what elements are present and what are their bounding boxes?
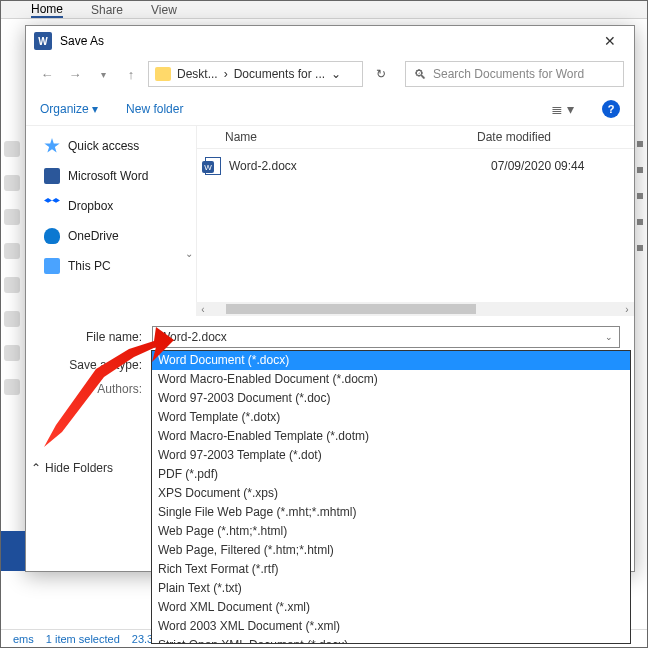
dropdown-option[interactable]: Single File Web Page (*.mht;*.mhtml) — [152, 503, 630, 522]
savetype-dropdown-list[interactable]: Word Document (*.docx)Word Macro-Enabled… — [151, 350, 631, 644]
ribbon-tab-home[interactable]: Home — [31, 2, 63, 18]
back-button[interactable]: ← — [36, 63, 58, 85]
file-date: 07/09/2020 09:44 — [491, 159, 584, 173]
breadcrumb-1[interactable]: Deskt... — [177, 67, 218, 81]
pc-icon — [44, 258, 60, 274]
refresh-button[interactable]: ↻ — [369, 62, 393, 86]
scrollbar-thumb[interactable] — [226, 304, 476, 314]
address-bar[interactable]: Deskt... › Documents for ... ⌄ — [148, 61, 363, 87]
status-selected: 1 item selected — [46, 633, 120, 645]
savetype-label: Save as type: — [40, 358, 152, 372]
up-button[interactable]: ↑ — [120, 63, 142, 85]
background-blue-band — [1, 531, 25, 571]
file-list: Name Date modified Word-2.docx 07/09/202… — [196, 126, 634, 316]
toolbar: Organize ▾ New folder ≣ ▾ ? — [26, 92, 634, 126]
nav-sidebar: Quick access Microsoft Word Dropbox OneD… — [26, 126, 196, 316]
organize-button[interactable]: Organize ▾ — [40, 102, 98, 116]
dropdown-option[interactable]: Word Template (*.dotx) — [152, 408, 630, 427]
dropdown-option[interactable]: Word 2003 XML Document (*.xml) — [152, 617, 630, 636]
new-folder-button[interactable]: New folder — [126, 102, 183, 116]
file-list-header: Name Date modified — [197, 126, 634, 149]
sidebar-quick-access[interactable]: Quick access — [44, 138, 186, 154]
chevron-down-icon[interactable]: ⌄ — [605, 332, 613, 342]
dropbox-icon — [44, 198, 60, 214]
dropdown-option[interactable]: Rich Text Format (*.rtf) — [152, 560, 630, 579]
chevron-up-icon: ⌃ — [31, 461, 41, 475]
breadcrumb-2[interactable]: Documents for ... — [234, 67, 325, 81]
dropdown-option[interactable]: Word Document (*.docx) — [152, 351, 630, 370]
dropdown-option[interactable]: Word 97-2003 Document (*.doc) — [152, 389, 630, 408]
ribbon-tab-view[interactable]: View — [151, 3, 177, 17]
dropdown-option[interactable]: XPS Document (*.xps) — [152, 484, 630, 503]
status-items: ems — [13, 633, 34, 645]
dropdown-option[interactable]: Word 97-2003 Template (*.dot) — [152, 446, 630, 465]
authors-label: Authors: — [40, 382, 152, 396]
column-date[interactable]: Date modified — [477, 130, 551, 144]
sidebar-this-pc[interactable]: This PC — [44, 258, 186, 274]
breadcrumb-sep: › — [224, 67, 228, 81]
star-icon — [44, 138, 60, 154]
search-placeholder: Search Documents for Word — [433, 67, 584, 81]
background-right-fragment — [637, 141, 645, 541]
filename-input[interactable]: Word-2.docx ⌄ — [152, 326, 620, 348]
nav-bar: ← → ▾ ↑ Deskt... › Documents for ... ⌄ ↻… — [26, 56, 634, 92]
dropdown-option[interactable]: Word XML Document (*.xml) — [152, 598, 630, 617]
search-icon: 🔍︎ — [414, 67, 427, 82]
folder-icon — [155, 67, 171, 81]
address-dropdown[interactable]: ⌄ — [331, 67, 341, 81]
scroll-left-icon[interactable]: ‹ — [196, 304, 210, 315]
view-options-button[interactable]: ≣ ▾ — [551, 101, 574, 117]
dropdown-option[interactable]: Web Page (*.htm;*.html) — [152, 522, 630, 541]
onedrive-icon — [44, 228, 60, 244]
word-icon — [44, 168, 60, 184]
file-name: Word-2.docx — [229, 159, 491, 173]
file-row[interactable]: Word-2.docx 07/09/2020 09:44 — [197, 149, 634, 183]
filename-label: File name: — [40, 330, 152, 344]
dropdown-option[interactable]: Strict Open XML Document (*.docx) — [152, 636, 630, 644]
column-name[interactable]: Name — [197, 130, 477, 144]
scroll-right-icon[interactable]: › — [620, 304, 634, 315]
explorer-ribbon: Home Share View — [1, 1, 647, 19]
docx-icon — [205, 157, 221, 175]
hide-folders-button[interactable]: ⌃ Hide Folders — [31, 461, 113, 475]
sidebar-microsoft-word[interactable]: Microsoft Word — [44, 168, 186, 184]
dropdown-option[interactable]: PDF (*.pdf) — [152, 465, 630, 484]
close-button[interactable]: ✕ — [594, 27, 626, 55]
forward-button[interactable]: → — [64, 63, 86, 85]
dropdown-option[interactable]: Plain Text (*.txt) — [152, 579, 630, 598]
sidebar-scroll-down[interactable]: ⌄ — [182, 246, 196, 260]
dropdown-option[interactable]: Web Page, Filtered (*.htm;*.html) — [152, 541, 630, 560]
titlebar: W Save As ✕ — [26, 26, 634, 56]
sidebar-dropbox[interactable]: Dropbox — [44, 198, 186, 214]
help-button[interactable]: ? — [602, 100, 620, 118]
dropdown-option[interactable]: Word Macro-Enabled Template (*.dotm) — [152, 427, 630, 446]
search-box[interactable]: 🔍︎ Search Documents for Word — [405, 61, 624, 87]
word-app-icon: W — [34, 32, 52, 50]
horizontal-scrollbar[interactable]: ‹ › — [196, 302, 634, 316]
background-sidebar — [4, 141, 20, 395]
dropdown-option[interactable]: Word Macro-Enabled Document (*.docm) — [152, 370, 630, 389]
recent-button[interactable]: ▾ — [92, 63, 114, 85]
sidebar-onedrive[interactable]: OneDrive — [44, 228, 186, 244]
dialog-title: Save As — [60, 34, 594, 48]
ribbon-tab-share[interactable]: Share — [91, 3, 123, 17]
